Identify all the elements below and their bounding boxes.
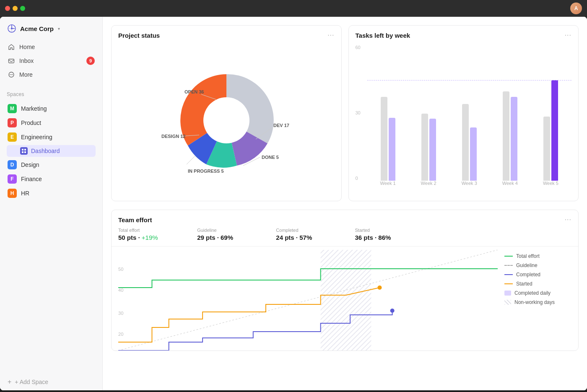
dashboard-icon [20,147,28,155]
hr-icon: H [8,189,17,198]
stat-completed: Completed 24 pts · 57% [276,228,355,241]
bar-week3-purple [470,127,477,181]
bars-area: Week 1 Week 2 Week 3 Week 4 Week 5 [367,43,572,191]
stat-completed-value: 24 pts · 57% [276,234,345,241]
y-label-0: 0 [356,176,367,181]
company-header[interactable]: Acme Corp ▾ [0,17,102,37]
svg-rect-12 [24,151,26,153]
sidebar-item-home-label: Home [19,44,35,50]
maximize-button[interactable] [20,6,25,11]
effort-stats: Total effort 50 pts · +19% Guideline 29 … [112,228,578,247]
line-chart-svg: 50 40 30 20 [118,250,498,350]
inbox-badge: 9 [86,57,95,65]
team-effort-menu[interactable]: ··· [565,216,571,223]
bar-group-week3 [450,43,488,181]
avatar[interactable]: A [570,3,582,14]
sidebar-item-design[interactable]: D Design [3,158,99,172]
sidebar: Acme Corp ▾ Home Inbox [0,17,103,390]
sidebar-item-more[interactable]: More [3,68,99,81]
svg-rect-9 [22,149,23,151]
main-content: Project status ··· [103,17,587,390]
legend-daily-label: Completed daily [514,290,551,296]
sidebar-item-finance[interactable]: F Finance [3,172,99,186]
stat-guideline-label: Guideline [197,228,266,233]
tasks-menu[interactable]: ··· [565,31,571,39]
bars-week1 [381,97,395,181]
bar-chart-wrapper: 60 30 0 [349,43,579,197]
bar-group-week1 [369,43,407,181]
dashboard-label: Dashboard [31,148,60,154]
svg-point-7 [11,74,12,75]
stat-started: Started 36 pts · 86% [355,228,434,241]
project-status-header: Project status ··· [112,26,341,43]
sidebar-item-more-label: More [19,71,33,78]
add-space-icon: + [8,378,11,386]
stat-completed-label: Completed [276,228,345,233]
legend-line-completed [504,274,513,275]
finance-label: Finance [21,176,42,182]
product-icon: P [8,118,17,127]
sidebar-item-dashboard[interactable]: Dashboard [7,145,96,157]
x-label-week1: Week 1 [369,181,407,191]
guideline [367,80,572,80]
stat-total-label: Total effort [118,228,187,233]
tasks-header: Tasks left by week ··· [349,26,579,43]
bar-group-week5 [532,43,570,181]
stat-started-label: Started [355,228,424,233]
add-space-button[interactable]: + + Add Space [3,375,99,389]
svg-rect-11 [22,151,23,153]
stat-guideline-value: 29 pts · 69% [197,234,266,241]
marketing-icon: M [8,104,17,113]
team-effort-title: Team effort [118,216,152,223]
x-label-week3: Week 3 [450,181,488,191]
top-charts-row: Project status ··· [111,25,579,201]
sidebar-item-hr[interactable]: H HR [3,186,99,200]
legend-line-started [504,283,513,284]
y-30: 30 [118,311,123,316]
sidebar-item-engineering[interactable]: E Engineering [3,130,99,144]
spaces-list: M Marketing P Product E Engineering [0,101,102,200]
bar-week4-purple [511,97,517,181]
legend-completed-daily: Completed daily [504,290,571,296]
bar-week1-gray [381,97,387,181]
home-icon [8,43,15,51]
svg-text:DEV 17: DEV 17 [273,123,289,128]
bars-week4 [503,91,517,181]
app-container: Acme Corp ▾ Home Inbox [0,17,587,390]
finance-icon: F [8,174,17,184]
y-axis: 60 30 0 [356,43,367,191]
hr-label: HR [21,190,29,197]
x-labels: Week 1 Week 2 Week 3 Week 4 Week 5 [367,181,572,191]
x-label-week4: Week 4 [491,181,529,191]
legend-total-label: Total effort [516,253,540,259]
bars-week5 [543,80,558,181]
bar-week4-gray [503,91,509,181]
project-status-title: Project status [118,32,160,39]
x-label-week2: Week 2 [410,181,448,191]
team-effort-header: Team effort ··· [112,210,578,228]
sidebar-item-product[interactable]: P Product [3,116,99,130]
sidebar-item-marketing[interactable]: M Marketing [3,101,99,116]
bars-week2 [421,114,436,181]
svg-rect-10 [24,149,26,151]
more-icon [8,71,15,78]
bar-week1-purple [389,118,395,181]
svg-rect-4 [9,59,14,63]
chevron-down-icon: ▾ [58,26,60,31]
close-button[interactable] [5,6,10,11]
stat-started-value: 36 pts · 86% [355,234,424,241]
legend-nonworking: Non-working days [504,299,571,305]
svg-text:DESIGN 12: DESIGN 12 [161,134,185,139]
project-status-menu[interactable]: ··· [327,31,334,39]
legend-guideline-label: Guideline [516,262,538,268]
sidebar-item-inbox-label: Inbox [19,57,34,64]
sidebar-item-inbox[interactable]: Inbox 9 [3,54,99,68]
inbox-icon [8,57,15,65]
nonworking-1 [321,250,371,350]
design-icon: D [8,160,17,169]
sidebar-item-home[interactable]: Home [3,40,99,54]
svg-text:DONE 5: DONE 5 [262,155,279,160]
bar-group-week2 [410,43,448,181]
minimize-button[interactable] [13,6,18,11]
svg-point-6 [10,74,10,75]
